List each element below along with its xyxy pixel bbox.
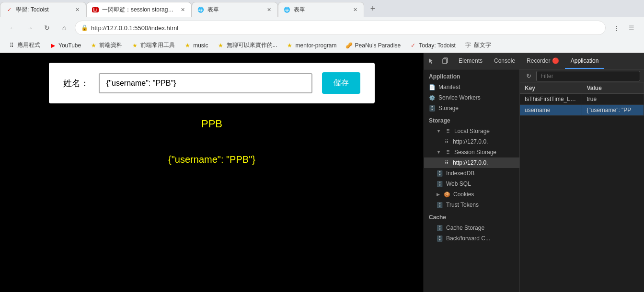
sidebar-item-back-forward[interactable]: 🗄️ Back/forward C... [424, 233, 519, 244]
display-json: {"username": "PPB"} [1, 145, 423, 175]
sidebar-item-local-storage[interactable]: ▼ ⠿ Local Storage [424, 126, 519, 136]
tab-form-2[interactable]: 🌐 表單 ✕ [278, 2, 364, 17]
bookmark-apps-label: 應用程式 [17, 41, 40, 49]
manifest-icon: 📄 [429, 84, 436, 90]
tab-close-4[interactable]: ✕ [351, 6, 359, 14]
cookies-arrow: ▶ [437, 192, 440, 197]
frontend-data-icon: ★ [90, 42, 97, 49]
session-storage-url-label: http://127.0.0. [453, 159, 488, 166]
devtools-tab-cursor[interactable] [424, 53, 438, 69]
boring-icon: ★ [217, 42, 225, 49]
menu-button[interactable]: ☰ [625, 21, 638, 34]
table-header: Key Value [520, 83, 644, 94]
bookmark-music[interactable]: ★ music [180, 41, 212, 50]
cookies-label: Cookies [453, 191, 474, 198]
tab-close-2[interactable]: ✕ [179, 6, 186, 14]
sidebar-item-indexeddb[interactable]: 🗄️ IndexedDB [424, 168, 519, 179]
home-button[interactable]: ⌂ [58, 21, 71, 34]
tab-session-storage[interactable]: Li 一閃即逝：session storage | Lid... ✕ [86, 2, 192, 17]
devtools-tab-elements[interactable]: Elements [453, 53, 488, 69]
sidebar-item-cookies[interactable]: ▶ 🍪 Cookies [424, 189, 519, 200]
sidebar-item-cache-storage[interactable]: 🗄️ Cache Storage [424, 223, 519, 233]
forward-button[interactable]: → [23, 21, 36, 34]
bookmark-mentor[interactable]: ★ mentor-program [282, 41, 341, 50]
tab-todoist[interactable]: ✓ 學習: Todoist ✕ [0, 2, 86, 17]
session-storage-icon: ⠿ [445, 149, 451, 156]
sidebar-item-storage-overview[interactable]: 🗄️ Storage [424, 103, 519, 113]
sidebar-item-service-workers[interactable]: ⚙️ Service Workers [424, 92, 519, 103]
extensions-button[interactable]: ⋮ [610, 21, 623, 34]
devtools-tab-copy[interactable] [438, 53, 453, 69]
bookmark-frontend-data[interactable]: ★ 前端資料 [86, 40, 126, 50]
application-category: Application [424, 69, 519, 82]
key-cell-2: username [520, 105, 582, 115]
ppb-text: PPB [201, 118, 222, 130]
table-row[interactable]: IsThisFirstTime_Log_... true [520, 94, 644, 105]
save-button[interactable]: 儲存 [322, 72, 360, 94]
devtools-tab-console[interactable]: Console [488, 53, 521, 69]
lock-icon: 🔒 [81, 24, 88, 31]
reload-button[interactable]: ↻ [40, 21, 54, 34]
bookmark-frontend-tools[interactable]: ★ 前端常用工具 [127, 40, 179, 50]
bookmarks-bar: ⠿ 應用程式 ▶ YouTube ★ 前端資料 ★ 前端常用工具 ★ music… [0, 38, 644, 53]
new-tab-button[interactable]: + [366, 2, 380, 15]
bookmark-youtube[interactable]: ▶ YouTube [45, 41, 85, 50]
todoist-icon: ✓ [5, 6, 13, 14]
local-storage-arrow: ▼ [437, 129, 441, 134]
tab-close-3[interactable]: ✕ [265, 6, 273, 14]
table-row-selected[interactable]: username {"username": "PP [520, 105, 644, 116]
devtools-body: Application 📄 Manifest ⚙️ Service Worker… [424, 69, 644, 292]
devtools-tab-application[interactable]: Application [565, 53, 605, 69]
devtools-tab-recorder[interactable]: Recorder 🔴 [521, 53, 565, 69]
font-icon: 字 [464, 42, 472, 49]
todoist-bm-icon: ✓ [409, 42, 417, 49]
sidebar-item-session-storage[interactable]: ▼ ⠿ Session Storage [424, 147, 519, 157]
data-table: Key Value IsThisFirstTime_Log_... true u… [520, 83, 644, 292]
indexeddb-icon: 🗄️ [437, 170, 443, 177]
local-storage-url-icon: ⠿ [443, 138, 450, 145]
sidebar-item-trust-tokens[interactable]: 🗄️ Trust Tokens [424, 200, 519, 210]
devtools-panel: Elements Console Recorder 🔴 Application … [424, 53, 644, 292]
session-storage-url-icon: ⠿ [443, 159, 450, 166]
tab-form-1[interactable]: 🌐 表單 ✕ [192, 2, 278, 17]
bookmark-boring-label: 無聊可以來實作的... [227, 41, 277, 49]
name-input[interactable] [99, 73, 312, 93]
display-ppb: PPB [1, 108, 423, 140]
form-label: 姓名： [63, 78, 89, 89]
bookmark-todoist[interactable]: ✓ Today: Todoist [405, 41, 460, 50]
filter-input[interactable] [536, 71, 640, 81]
web-sql-icon: 🗄️ [437, 180, 443, 187]
tab-title-2: 一閃即逝：session storage | Lid... [102, 6, 176, 14]
apps-icon: ⠿ [8, 42, 15, 49]
storage-category: Storage [424, 113, 519, 126]
value-cell-1: true [582, 94, 644, 104]
browser-chrome: ✓ 學習: Todoist ✕ Li 一閃即逝：session storage … [0, 0, 644, 53]
sidebar-item-session-storage-url[interactable]: ⠿ http://127.0.0. [424, 157, 519, 168]
back-forward-icon: 🗄️ [437, 235, 443, 242]
devtools-tabs: Elements Console Recorder 🔴 Application [424, 53, 644, 69]
bookmark-apps[interactable]: ⠿ 應用程式 [4, 40, 44, 50]
session-storage-arrow: ▼ [437, 150, 441, 155]
bookmark-boring[interactable]: ★ 無聊可以來實作的... [213, 40, 281, 50]
bookmark-peanu[interactable]: 🥜 PeaNu's Paradise [342, 41, 405, 50]
extensions-area: ⋮ ☰ [610, 21, 638, 34]
globe-icon-2: 🌐 [283, 6, 291, 14]
bookmark-peanu-label: PeaNu's Paradise [355, 42, 401, 49]
refresh-button[interactable]: ↻ [524, 71, 533, 81]
bookmark-font[interactable]: 字 顏文字 [460, 40, 495, 50]
sidebar-item-local-storage-url[interactable]: ⠿ http://127.0.0. [424, 136, 519, 147]
trust-tokens-icon: 🗄️ [437, 202, 443, 208]
url-text: http://127.0.0.1:5500/index.html [91, 24, 599, 32]
back-forward-label: Back/forward C... [446, 235, 490, 242]
filter-bar: ↻ [520, 69, 644, 83]
local-storage-url-label: http://127.0.0. [453, 138, 488, 145]
sidebar-item-manifest[interactable]: 📄 Manifest [424, 82, 519, 92]
bookmark-youtube-label: YouTube [58, 42, 81, 49]
youtube-icon: ▶ [49, 42, 57, 49]
key-cell-1: IsThisFirstTime_Log_... [520, 94, 582, 104]
address-bar: ← → ↻ ⌂ 🔒 http://127.0.0.1:5500/index.ht… [0, 17, 644, 38]
back-button[interactable]: ← [6, 21, 19, 34]
tab-close-1[interactable]: ✕ [73, 6, 81, 14]
sidebar-item-web-sql[interactable]: 🗄️ Web SQL [424, 179, 519, 189]
url-bar[interactable]: 🔒 http://127.0.0.1:5500/index.html [75, 21, 606, 35]
